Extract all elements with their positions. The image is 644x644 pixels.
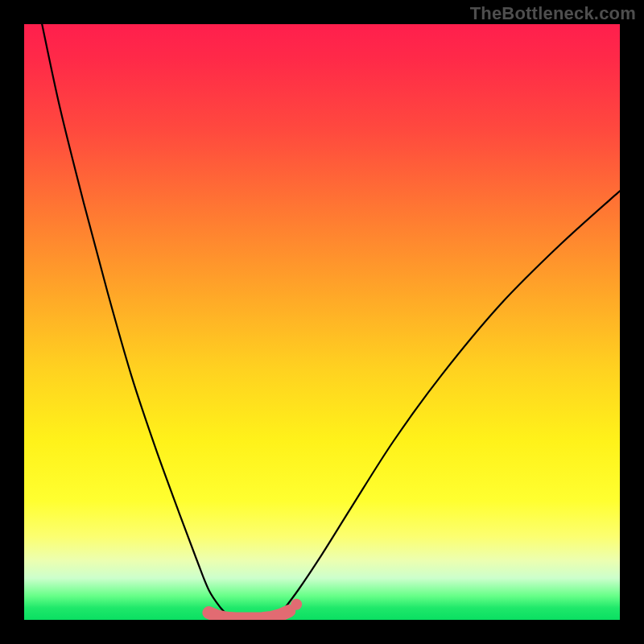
marker-dot	[291, 599, 302, 610]
right-curve-path	[280, 191, 620, 613]
chart-svg	[24, 24, 620, 620]
bottom-markers-stroke	[208, 611, 289, 619]
bottom-markers-group	[208, 599, 302, 619]
watermark-text: TheBottleneck.com	[470, 3, 636, 24]
chart-stage: TheBottleneck.com	[0, 0, 644, 644]
left-curve-path	[42, 24, 229, 617]
